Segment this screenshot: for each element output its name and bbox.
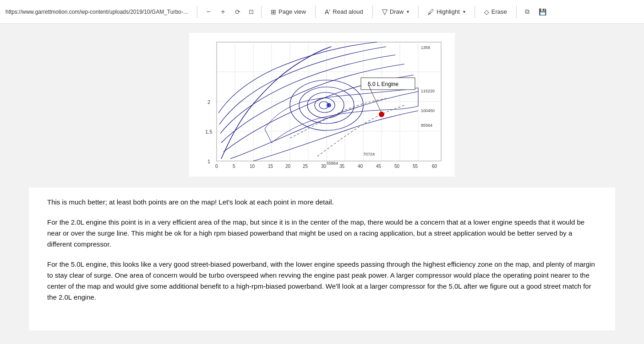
read-aloud-button[interactable]: A› Read aloud [320,5,368,18]
erase-button[interactable]: ◇ Erase [480,6,512,18]
zoom-in-button[interactable]: + [217,5,229,18]
svg-point-28 [327,103,331,108]
highlight-chevron-icon: ▾ [463,9,465,14]
draw-icon: ▽ [382,7,387,16]
save-button[interactable]: 💾 [535,5,550,18]
svg-text:55: 55 [413,164,418,169]
separator-5 [418,5,419,18]
highlight-icon: 🖊 [428,8,434,16]
svg-text:2: 2 [207,99,210,105]
page-view-button[interactable]: ⊞ Page view [266,6,311,18]
svg-text:1.5: 1.5 [205,129,212,134]
separator-4 [372,5,373,18]
svg-text:5.0 L Engine: 5.0 L Engine [368,81,398,87]
text-content: This is much better; at least both point… [29,188,615,330]
draw-button[interactable]: ▽ Draw ▾ [377,5,414,18]
svg-text:10: 10 [250,164,255,169]
svg-text:85564: 85564 [421,123,432,128]
svg-point-27 [379,112,384,117]
svg-text:25: 25 [303,164,308,169]
zoom-out-button[interactable]: − [202,5,215,18]
compressor-map-chart: 5.0 L Engine 100450 115220 85564 70724 5… [194,38,450,170]
separator-7 [516,5,517,18]
svg-text:55864: 55864 [327,161,338,166]
svg-text:5: 5 [233,164,235,169]
intro-paragraph: This is much better; at least both point… [47,197,597,208]
svg-text:1: 1 [207,159,210,164]
paragraph-1: For the 2.0L engine this point is in a v… [47,217,597,250]
page-view-icon: ⊞ [271,8,276,16]
draw-chevron-icon: ▾ [407,9,409,14]
svg-text:40: 40 [358,164,363,169]
read-aloud-icon: A› [325,8,330,16]
read-aloud-label: Read aloud [333,8,363,15]
svg-text:1358: 1358 [421,45,430,50]
zoom-controls: − + ⟳ [202,5,244,18]
paragraph-2: For the 5.0L engine, this looks like a v… [47,259,597,303]
draw-label: Draw [390,8,404,15]
url-bar: https://www.garrettmotion.com/wp-content… [5,9,189,15]
svg-text:30: 30 [321,164,327,169]
url-text: https://www.garrettmotion.com/wp-content… [5,9,189,15]
zoom-restore-button[interactable]: ⟳ [231,5,244,18]
page-view-label: Page view [278,8,306,15]
chart-container: 5.0 L Engine 100450 115220 85564 70724 5… [189,33,455,177]
svg-text:0: 0 [215,164,218,169]
erase-icon: ◇ [484,8,489,16]
svg-text:35: 35 [339,164,345,169]
separator-2 [261,5,262,18]
highlight-label: Highlight [437,8,460,15]
erase-label: Erase [491,8,507,15]
svg-text:45: 45 [376,164,382,169]
svg-text:70724: 70724 [363,152,375,156]
content-area: 5.0 L Engine 100450 115220 85564 70724 5… [0,24,644,344]
highlight-button[interactable]: 🖊 Highlight ▾ [423,6,470,18]
svg-text:115220: 115220 [421,89,435,93]
separator-3 [315,5,316,18]
svg-text:20: 20 [285,164,291,169]
svg-text:15: 15 [268,164,273,169]
copy-button[interactable]: ⧉ [521,5,533,18]
svg-text:60: 60 [432,164,437,169]
separator-6 [475,5,475,18]
fit-page-button[interactable]: ⊡ [246,5,257,18]
separator-1 [197,5,197,18]
svg-text:100450: 100450 [421,108,435,113]
svg-text:50: 50 [394,164,400,169]
toolbar: https://www.garrettmotion.com/wp-content… [0,0,644,24]
